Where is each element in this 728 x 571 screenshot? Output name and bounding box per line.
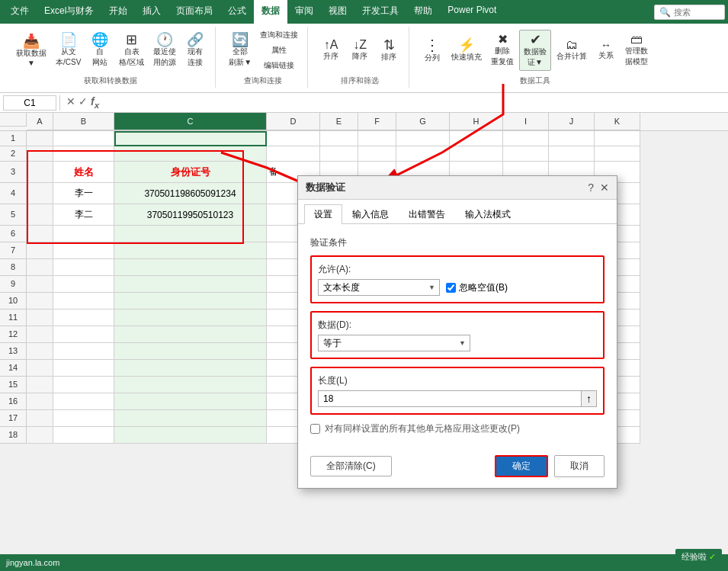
cell-a15[interactable]: [27, 377, 53, 393]
tab-input-message[interactable]: 输入信息: [342, 204, 399, 224]
btn-remove-dup[interactable]: ✖ 删除重复值: [487, 31, 518, 69]
data-select[interactable]: 等于: [318, 335, 470, 351]
btn-get-data[interactable]: 📥 获取数据▼: [12, 32, 50, 69]
cell-c2[interactable]: [114, 146, 267, 162]
cell-b18[interactable]: [53, 427, 114, 444]
cell-d2[interactable]: [267, 146, 320, 162]
formula-input[interactable]: [102, 96, 725, 110]
cell-a13[interactable]: [27, 343, 53, 360]
btn-from-table[interactable]: ⊞ 自表格/区域: [115, 30, 148, 70]
cell-c17[interactable]: [114, 410, 267, 427]
cell-b5[interactable]: 李二: [53, 204, 114, 226]
cell-b8[interactable]: [53, 259, 114, 276]
cell-c15[interactable]: [114, 377, 267, 393]
cell-a10[interactable]: [27, 293, 53, 310]
cell-a17[interactable]: [27, 410, 53, 427]
col-header-e[interactable]: E: [320, 113, 358, 130]
btn-sort-asc[interactable]: ↑A 升序: [317, 37, 345, 64]
tab-review[interactable]: 审阅: [287, 0, 321, 24]
btn-refresh-all[interactable]: 🔄 全部刷新▼: [225, 30, 255, 70]
cell-h2[interactable]: [450, 146, 503, 162]
col-header-g[interactable]: G: [396, 113, 450, 130]
tab-developer[interactable]: 开发工具: [354, 0, 406, 24]
cell-b6[interactable]: [53, 226, 114, 242]
cell-c11[interactable]: [114, 310, 267, 326]
cell-a11[interactable]: [27, 310, 53, 326]
col-header-k[interactable]: K: [595, 113, 640, 130]
col-header-b[interactable]: B: [53, 113, 114, 130]
cell-a14[interactable]: [27, 360, 53, 377]
btn-edit-links[interactable]: 编辑链接: [257, 59, 301, 72]
cell-c12[interactable]: [114, 326, 267, 343]
tab-file[interactable]: 文件: [3, 0, 37, 24]
cell-h1[interactable]: [450, 131, 503, 146]
cell-c6[interactable]: [114, 226, 267, 242]
tab-help[interactable]: 帮助: [406, 0, 440, 24]
btn-properties[interactable]: 属性: [257, 43, 301, 57]
cell-b3[interactable]: 姓名: [53, 162, 114, 183]
confirm-formula-icon[interactable]: ✓: [79, 95, 88, 110]
btn-sort[interactable]: ⇅ 排序: [375, 36, 402, 65]
cell-c14[interactable]: [114, 360, 267, 377]
cell-reference[interactable]: [3, 95, 56, 111]
cell-a2[interactable]: [27, 146, 53, 162]
cell-k1[interactable]: [595, 131, 640, 146]
cell-g2[interactable]: [396, 146, 450, 162]
col-header-j[interactable]: J: [549, 113, 595, 130]
insert-function-icon[interactable]: fx: [91, 95, 99, 110]
clear-all-button[interactable]: 全部清除(C): [310, 456, 392, 476]
cell-k2[interactable]: [595, 146, 640, 162]
dialog-help-icon[interactable]: ?: [588, 181, 594, 194]
btn-existing-connections[interactable]: 🔗 现有连接: [181, 30, 209, 70]
ok-button[interactable]: 确定: [495, 455, 548, 477]
cell-c5[interactable]: 37050119950510123: [114, 204, 267, 226]
cell-b15[interactable]: [53, 377, 114, 393]
length-input[interactable]: [318, 390, 582, 407]
cell-a3[interactable]: [27, 162, 53, 183]
tab-data[interactable]: 数据: [254, 0, 287, 24]
col-header-h[interactable]: H: [450, 113, 503, 130]
cell-c10[interactable]: [114, 293, 267, 310]
btn-manage-model[interactable]: 🗃 管理数据模型: [621, 31, 652, 69]
cell-c9[interactable]: [114, 276, 267, 293]
cell-c3[interactable]: 身份证号: [114, 162, 267, 183]
tab-view[interactable]: 视图: [321, 0, 354, 24]
cell-b2[interactable]: [53, 146, 114, 162]
cell-a9[interactable]: [27, 276, 53, 293]
search-box[interactable]: 🔍: [654, 5, 725, 20]
cell-a16[interactable]: [27, 393, 53, 410]
cell-a5[interactable]: [27, 204, 53, 226]
tab-settings[interactable]: 设置: [304, 204, 342, 224]
cell-c13[interactable]: [114, 343, 267, 360]
tab-formulas[interactable]: 公式: [220, 0, 254, 24]
btn-from-web[interactable]: 🌐 自网站: [86, 30, 114, 70]
cell-e1[interactable]: [320, 131, 358, 146]
cell-c18[interactable]: [114, 427, 267, 444]
tab-home[interactable]: 开始: [101, 0, 135, 24]
btn-consolidate[interactable]: 🗂 合并计算: [553, 37, 591, 64]
btn-from-text-csv[interactable]: 📄 从文本/CSV: [52, 30, 85, 70]
cell-j2[interactable]: [549, 146, 595, 162]
cell-b12[interactable]: [53, 326, 114, 343]
cell-b10[interactable]: [53, 293, 114, 310]
ignore-blank-checkbox[interactable]: [446, 283, 456, 293]
cell-a8[interactable]: [27, 259, 53, 276]
cell-c8[interactable]: [114, 259, 267, 276]
tab-insert[interactable]: 插入: [135, 0, 168, 24]
cell-b4[interactable]: 李一: [53, 183, 114, 204]
cell-d1[interactable]: [267, 131, 320, 146]
btn-flash-fill[interactable]: ⚡ 快速填充: [447, 36, 486, 65]
cell-i2[interactable]: [503, 146, 549, 162]
cell-b16[interactable]: [53, 393, 114, 410]
col-header-c[interactable]: C: [114, 113, 267, 130]
btn-text-to-columns[interactable]: ⋮ 分列: [419, 35, 446, 66]
cell-b9[interactable]: [53, 276, 114, 293]
cell-a1[interactable]: [27, 131, 53, 146]
cell-b14[interactable]: [53, 360, 114, 377]
col-header-i[interactable]: I: [503, 113, 549, 130]
length-collapse-btn[interactable]: ↑: [582, 390, 597, 407]
cell-c7[interactable]: [114, 242, 267, 259]
tab-power-pivot[interactable]: Power Pivot: [440, 0, 504, 24]
btn-relationships[interactable]: ↔ 关系: [592, 37, 620, 63]
cell-b11[interactable]: [53, 310, 114, 326]
